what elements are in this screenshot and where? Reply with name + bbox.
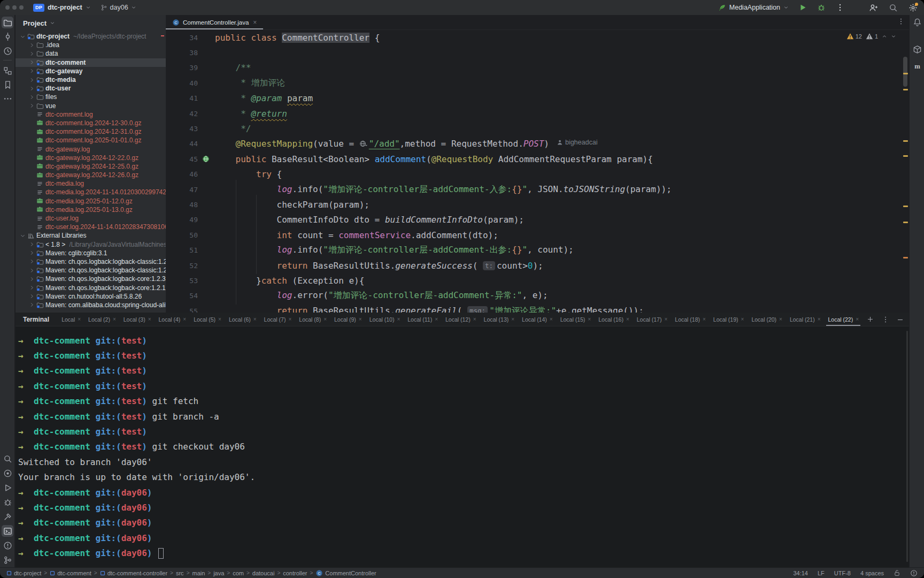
indent-style[interactable]: 4 spaces bbox=[860, 570, 884, 576]
code-line[interactable]: 44 @RequestMapping(value = "/add",method… bbox=[166, 136, 902, 151]
breadcrumb-item[interactable]: dtc-project bbox=[6, 570, 41, 576]
inspections-widget[interactable]: 12 1 bbox=[846, 33, 896, 40]
tool-stripe-terminal-icon[interactable] bbox=[2, 525, 13, 537]
warning-stripe-mark[interactable] bbox=[903, 73, 908, 74]
tool-stripe-structure-icon[interactable] bbox=[2, 65, 13, 77]
tree-item[interactable]: dtc-media.log.2024-11-14.012030029974264… bbox=[16, 188, 166, 196]
close-tab-icon[interactable]: × bbox=[359, 316, 362, 322]
close-tab-icon[interactable]: × bbox=[397, 316, 400, 322]
tool-stripe-commit-icon[interactable] bbox=[2, 31, 13, 42]
code-line[interactable]: 55 return BaseResultUtils.generateFail( … bbox=[166, 303, 902, 313]
tree-item[interactable]: dtc-user.log.2024-11-14.012028347308106.… bbox=[16, 223, 166, 231]
tree-item[interactable]: dtc-project~/IdeaProjects/dtc-project bbox=[16, 32, 166, 41]
tree-item[interactable]: data bbox=[16, 49, 166, 58]
tool-stripe-more-icon[interactable] bbox=[2, 93, 13, 104]
code-line[interactable]: 48 checkParam(param); bbox=[166, 197, 902, 212]
editor-tab[interactable]: C CommentController.java × bbox=[166, 15, 263, 29]
lock-open-icon[interactable] bbox=[894, 569, 900, 576]
terminal-tab[interactable]: Local× bbox=[58, 313, 84, 326]
tree-item[interactable]: dtc-comment.log.2024-12-31.0.gz bbox=[16, 127, 166, 136]
tree-item[interactable]: dtc-media.log bbox=[16, 179, 166, 188]
tree-item[interactable]: dtc-gateway.log.2024-12-22.0.gz bbox=[16, 154, 166, 162]
terminal-tab[interactable]: Local (17)× bbox=[633, 313, 672, 326]
close-tab-icon[interactable]: × bbox=[78, 316, 81, 322]
close-tab-icon[interactable]: × bbox=[550, 316, 553, 322]
terminal-tab[interactable]: Local (7)× bbox=[260, 313, 296, 326]
breadcrumb-item[interactable]: dtc-comment bbox=[50, 570, 91, 576]
project-selector[interactable]: dtc-project bbox=[48, 4, 82, 11]
tree-item[interactable]: dtc-user.log bbox=[16, 214, 166, 223]
terminal-tab[interactable]: Local (8)× bbox=[295, 313, 330, 326]
line-separator[interactable]: LF bbox=[818, 570, 825, 576]
tree-item[interactable]: dtc-media.log.2025-01-12.0.gz bbox=[16, 197, 166, 206]
code-line[interactable]: 45 public BaseResult<Boolean> addComment… bbox=[166, 151, 902, 166]
close-tab-icon[interactable]: × bbox=[703, 316, 706, 322]
close-tab-icon[interactable]: × bbox=[664, 316, 667, 322]
new-terminal-tab-icon[interactable] bbox=[867, 316, 874, 323]
terminal-tab[interactable]: Local (5)× bbox=[190, 313, 225, 326]
tree-item[interactable]: dtc-comment.log.2024-12-30.0.gz bbox=[16, 119, 166, 127]
file-encoding[interactable]: UTF-8 bbox=[834, 570, 851, 576]
terminal-tab[interactable]: Local (21)× bbox=[786, 313, 825, 326]
window-controls[interactable] bbox=[5, 5, 24, 10]
terminal-options-icon[interactable] bbox=[882, 316, 889, 323]
close-tab-icon[interactable]: × bbox=[148, 316, 151, 322]
close-tab-icon[interactable]: × bbox=[218, 316, 221, 322]
code-line[interactable]: 54 log.error("增加评论-controller层-addCommen… bbox=[166, 288, 902, 303]
tree-item[interactable]: vue bbox=[16, 102, 166, 110]
tree-item[interactable]: Maven: ch.qos.logback:logback-classic:1.… bbox=[16, 257, 166, 266]
warning-stripe-mark[interactable] bbox=[903, 89, 908, 90]
terminal-tab[interactable]: Local (15)× bbox=[557, 313, 595, 326]
code-line[interactable]: 40 * 增加评论 bbox=[166, 75, 902, 90]
settings-button[interactable] bbox=[907, 2, 919, 13]
code-editor[interactable]: 34public class CommentController {3839 /… bbox=[166, 30, 902, 313]
more-actions-button[interactable] bbox=[834, 2, 846, 13]
code-line[interactable]: 39 /** bbox=[166, 60, 902, 75]
tree-item[interactable]: dtc-media bbox=[16, 75, 166, 84]
terminal-tab[interactable]: Local (22)× bbox=[824, 313, 863, 326]
terminal-tab[interactable]: Local (18)× bbox=[671, 313, 710, 326]
tree-item[interactable]: dtc-gateway.log.2024-12-26.0.gz bbox=[16, 171, 166, 179]
close-window-button[interactable] bbox=[5, 5, 10, 10]
terminal-tab[interactable]: Local (11)× bbox=[404, 313, 442, 326]
close-tab-icon[interactable]: × bbox=[818, 316, 821, 322]
close-tab-icon[interactable]: × bbox=[473, 316, 476, 322]
breadcrumb-item[interactable]: main bbox=[192, 570, 205, 576]
breadcrumb-item[interactable]: java bbox=[213, 570, 224, 576]
run-configuration-selector[interactable]: MediaApplication bbox=[718, 4, 789, 12]
tree-item[interactable]: < 1.8 >/Library/Java/JavaVirtualMachines… bbox=[16, 240, 166, 249]
editor-scrollbar[interactable] bbox=[903, 57, 907, 87]
error-stripe[interactable] bbox=[902, 30, 909, 313]
branch-selector[interactable]: day06 bbox=[101, 4, 136, 11]
close-tab-icon[interactable]: × bbox=[779, 316, 782, 322]
tree-item[interactable]: dtc-comment.log.2025-01-01.0.gz bbox=[16, 136, 166, 144]
chevron-down-icon[interactable] bbox=[50, 20, 55, 26]
close-tab-icon[interactable]: × bbox=[435, 316, 438, 322]
terminal-tab[interactable]: Local (19)× bbox=[710, 313, 748, 326]
tree-item[interactable]: Maven: com.alibaba.cloud:spring-cloud-al… bbox=[16, 301, 166, 309]
tree-item[interactable]: Maven: cn.hutool:hutool-all:5.8.26 bbox=[16, 292, 166, 301]
close-tab-icon[interactable]: × bbox=[588, 316, 591, 322]
breadcrumb-item[interactable]: controller bbox=[283, 570, 307, 576]
inspection-status-icon[interactable] bbox=[910, 569, 918, 577]
close-tab-icon[interactable]: × bbox=[511, 316, 514, 322]
prev-problem-icon[interactable] bbox=[882, 34, 887, 39]
tree-item[interactable]: dtc-user bbox=[16, 84, 166, 93]
next-problem-icon[interactable] bbox=[891, 34, 896, 39]
warning-stripe-mark[interactable] bbox=[903, 140, 908, 142]
code-line[interactable]: 46 try { bbox=[166, 167, 902, 182]
tree-item[interactable]: dtc-comment bbox=[16, 58, 166, 67]
terminal-tab[interactable]: Local (13)× bbox=[480, 313, 519, 326]
maximize-window-button[interactable] bbox=[19, 5, 24, 10]
caret-position[interactable]: 34:14 bbox=[793, 570, 808, 576]
close-tab-icon[interactable]: × bbox=[183, 316, 186, 322]
tree-item[interactable]: dtc-gateway.log.2024-12-25.0.gz bbox=[16, 162, 166, 171]
terminal-tab[interactable]: Local (20)× bbox=[748, 313, 786, 326]
close-tab-icon[interactable]: × bbox=[324, 316, 327, 322]
tree-item[interactable]: .idea bbox=[16, 41, 166, 49]
code-line[interactable]: 43 */ bbox=[166, 121, 902, 136]
code-line[interactable]: 34public class CommentController { bbox=[166, 30, 902, 45]
terminal-scrollbar[interactable] bbox=[906, 331, 908, 562]
tool-stripe-maven-icon[interactable]: m bbox=[911, 60, 923, 72]
tool-stripe-package-icon[interactable] bbox=[911, 43, 923, 55]
